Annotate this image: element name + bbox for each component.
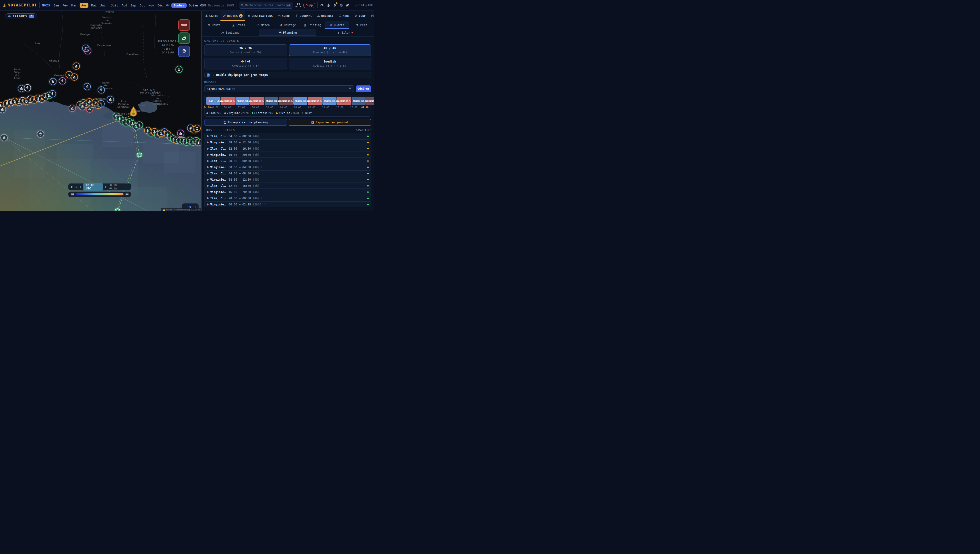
locate-button[interactable] bbox=[178, 46, 190, 57]
watch-block[interactable]: Ilan, Clarisse bbox=[207, 97, 220, 105]
gauge-icon[interactable] bbox=[320, 3, 324, 7]
anchor-icon[interactable] bbox=[326, 3, 330, 7]
subtab-briefing[interactable]: Briefing bbox=[300, 21, 325, 29]
nautical-map[interactable]: NyonsVaison-la- RomaineBagnols- sur-Cèze… bbox=[0, 11, 201, 211]
watch-system-option[interactable]: 4-4-6Croisière (4-4-6) bbox=[204, 58, 287, 69]
tab-conf[interactable]: CONF bbox=[352, 11, 369, 21]
time-prev-button[interactable]: ‹ bbox=[80, 185, 81, 188]
poi-marker-boat[interactable] bbox=[24, 84, 31, 91]
subtab-routage[interactable]: Routage bbox=[275, 21, 300, 29]
month-déc[interactable]: Déc bbox=[157, 3, 164, 8]
search-box[interactable]: ⌘K bbox=[239, 2, 293, 9]
watch-row[interactable]: Ilan, Cl…12:00 – 16:00(4h) bbox=[204, 145, 371, 152]
watch-system-option[interactable]: 4h / 4hStandard (rotation 4h) bbox=[289, 45, 371, 56]
month-oct[interactable]: Oct bbox=[139, 3, 146, 8]
waypoint-3[interactable]: 3 bbox=[115, 209, 120, 211]
poi-marker-anchor[interactable] bbox=[195, 139, 201, 146]
departure-datetime-input[interactable] bbox=[207, 87, 348, 91]
poi-marker-boat[interactable] bbox=[84, 83, 91, 90]
tide-gradient-bar[interactable] bbox=[76, 193, 124, 195]
month-juin[interactable]: Juin bbox=[99, 3, 108, 8]
tab-urgence[interactable]: URGENCE bbox=[315, 11, 336, 21]
watch-block[interactable]: Virginie, Nicolas bbox=[308, 97, 322, 105]
subtab-météo[interactable]: Météo bbox=[251, 21, 275, 29]
watch-row[interactable]: Virginie…16:00 – 20:00(4h) bbox=[204, 152, 371, 158]
month-aoû[interactable]: Aoû bbox=[121, 3, 128, 8]
basemap-osm[interactable]: OSM bbox=[200, 3, 206, 7]
watch-row[interactable]: Virginie…00:00 – 04:00(4h)☾ bbox=[204, 164, 371, 170]
poi-marker-anchor[interactable] bbox=[49, 78, 56, 85]
weather-toggle-button[interactable] bbox=[178, 32, 190, 44]
double-crew-checkbox-row[interactable]: ✓ Double équipage par gros temps bbox=[204, 72, 371, 78]
poi-marker-harbor[interactable] bbox=[71, 73, 78, 81]
subtab-stats[interactable]: Stats bbox=[226, 21, 251, 29]
poi-marker-boat[interactable] bbox=[177, 130, 184, 137]
tab-destinations[interactable]: DESTINATIONS bbox=[245, 11, 275, 21]
search-input[interactable] bbox=[245, 3, 285, 7]
month-nov[interactable]: Nov bbox=[148, 3, 155, 8]
month-sep[interactable]: Sep bbox=[130, 3, 137, 8]
checkbox-checked[interactable]: ✓ bbox=[207, 73, 210, 77]
watch-row[interactable]: Virginie…08:00 – 12:00(4h) bbox=[204, 177, 371, 182]
tab-journal[interactable]: JOURNAL bbox=[293, 11, 315, 21]
watch-row[interactable]: Ilan, Cl…20:00 – 00:00(4h)☾ bbox=[204, 195, 371, 201]
poi-marker-harbor[interactable] bbox=[73, 62, 80, 70]
poi-marker-anchor[interactable] bbox=[0, 134, 8, 141]
month-mar[interactable]: Mar bbox=[71, 3, 78, 8]
poi-marker-hook[interactable] bbox=[194, 125, 200, 132]
poi-marker-warning[interactable] bbox=[68, 105, 76, 112]
basemap-navionics[interactable]: Navionics bbox=[208, 3, 224, 7]
watch-block[interactable]: Virginie, Nicolas bbox=[250, 97, 264, 105]
waypoint-2[interactable]: 2 bbox=[137, 153, 142, 157]
watch-block[interactable]: Ilan, Clarisse bbox=[323, 97, 337, 105]
watch-block[interactable]: Virginie, Nicolas bbox=[337, 97, 351, 105]
basemap-shom[interactable]: SHOM bbox=[227, 3, 234, 7]
mob-button[interactable]: MOB bbox=[178, 19, 190, 31]
watch-block[interactable]: Ilan, Clarisse bbox=[352, 97, 366, 105]
watch-row[interactable]: Virginie…16:00 – 20:00(4h) bbox=[204, 189, 371, 195]
zoom-out-button[interactable]: − bbox=[182, 205, 188, 209]
tab-agent[interactable]: AGENT bbox=[275, 11, 293, 21]
watch-row[interactable]: Ilan, Cl…04:00 – 08:00(4h) bbox=[204, 133, 371, 139]
watch-block[interactable]: Ilan, Clarisse bbox=[235, 97, 250, 105]
poi-marker-boat[interactable] bbox=[97, 100, 105, 107]
watch-block[interactable]: Virginie, Nicolas bbox=[221, 97, 235, 105]
layers-panel-button[interactable]: CALQUES 5 bbox=[5, 13, 37, 19]
tab-carte[interactable]: CARTE bbox=[202, 11, 220, 21]
time-next-button[interactable]: › bbox=[105, 185, 107, 188]
watch-row[interactable]: Virginie…08:00 – 12:00(4h) bbox=[204, 139, 371, 145]
month-jan[interactable]: Jan bbox=[52, 3, 60, 8]
save-planning-button[interactable]: Enregistrer ce planning bbox=[204, 119, 287, 126]
crewtab-planning[interactable]: Planning bbox=[259, 29, 317, 36]
panel-collapse-button[interactable] bbox=[368, 11, 374, 21]
month-juil[interactable]: Juil bbox=[110, 3, 119, 8]
tab-routes[interactable]: ROUTES2 bbox=[220, 11, 245, 21]
poi-marker-hook[interactable] bbox=[136, 121, 143, 129]
brightness-icon[interactable] bbox=[339, 3, 343, 7]
subtab-route[interactable]: Route bbox=[202, 21, 226, 29]
poi-marker-boat[interactable] bbox=[59, 77, 66, 85]
poi-marker-boat[interactable] bbox=[98, 86, 105, 94]
watch-block[interactable]: Virginie, Nicolas bbox=[279, 97, 293, 105]
watch-block[interactable]: Virginie, Nicolas bbox=[366, 97, 374, 105]
export-journal-button[interactable]: Exporter au journal bbox=[289, 119, 371, 126]
poi-marker-pin[interactable] bbox=[37, 131, 44, 138]
month-avr[interactable]: Avr bbox=[80, 3, 88, 8]
watch-system-option[interactable]: SwedishSuédois (4-4-4-4-3-5) bbox=[289, 58, 371, 69]
vessel-marker[interactable] bbox=[129, 107, 138, 120]
delete-waypoints-button[interactable]: Supp bbox=[303, 3, 315, 8]
current-time[interactable]: 03:08 UTC bbox=[83, 183, 103, 191]
watch-block[interactable]: Ilan, Clarisse bbox=[293, 97, 307, 105]
watch-block[interactable]: Ilan, Clarisse bbox=[264, 97, 278, 105]
month-fév[interactable]: Fév bbox=[62, 3, 68, 8]
basemap-sombre[interactable]: Sombre bbox=[171, 3, 186, 8]
watch-row[interactable]: Virginie…00:00 – 02:19(2h20)☾ bbox=[204, 201, 371, 208]
poi-marker-hook[interactable] bbox=[82, 45, 89, 52]
bell-icon[interactable] bbox=[333, 3, 337, 7]
basemap-océan[interactable]: Océan bbox=[189, 3, 198, 7]
subtab-quarts[interactable]: Quarts bbox=[325, 21, 349, 29]
watch-row[interactable]: Ilan, Cl…12:00 – 16:00(4h) bbox=[204, 183, 371, 189]
watch-row[interactable]: Ilan, Cl…20:00 – 00:00(4h)☾ bbox=[204, 158, 371, 164]
generate-button[interactable]: Générer bbox=[356, 85, 371, 92]
subtab-perf[interactable]: Perf bbox=[349, 21, 374, 29]
